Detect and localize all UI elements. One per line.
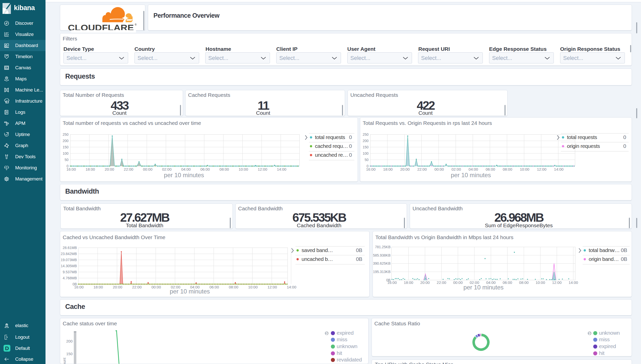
svg-text:200: 200 [363, 139, 369, 143]
svg-text:08:00: 08:00 [229, 285, 238, 289]
svg-text:150: 150 [363, 145, 369, 149]
svg-text:19.073MB: 19.073MB [61, 258, 77, 262]
svg-text:22:00: 22:00 [124, 167, 133, 171]
svg-text:12:00: 12:00 [258, 167, 267, 171]
svg-text:20:00: 20:00 [113, 285, 122, 289]
svg-text:14:00: 14:00 [277, 167, 286, 171]
svg-text:06:00: 06:00 [210, 285, 219, 289]
svg-text:12:00: 12:00 [267, 285, 277, 289]
svg-text:04:00: 04:00 [469, 167, 478, 171]
svg-text:06:00: 06:00 [486, 167, 495, 171]
svg-text:00:00: 00:00 [143, 167, 153, 171]
svg-text:06:00: 06:00 [200, 167, 210, 171]
svg-text:16:00: 16:00 [74, 285, 84, 289]
svg-text:390.625KB: 390.625KB [373, 261, 391, 265]
svg-text:18:00: 18:00 [94, 285, 103, 289]
svg-text:04:00: 04:00 [181, 167, 191, 171]
svg-text:20:00: 20:00 [400, 167, 410, 171]
svg-text:18:00: 18:00 [383, 167, 393, 171]
svg-text:22:00: 22:00 [437, 280, 446, 285]
svg-text:150: 150 [63, 145, 69, 149]
svg-text:16:00: 16:00 [387, 280, 397, 285]
svg-text:20:00: 20:00 [420, 280, 430, 285]
svg-text:08:00: 08:00 [503, 167, 512, 171]
svg-text:16:00: 16:00 [66, 167, 76, 171]
svg-text:100: 100 [63, 151, 69, 155]
svg-text:200: 200 [66, 339, 73, 343]
svg-text:06:00: 06:00 [503, 280, 512, 285]
svg-text:00:00: 00:00 [453, 280, 463, 285]
svg-text:08:00: 08:00 [519, 280, 529, 285]
svg-text:Count: Count [62, 357, 66, 364]
svg-text:per 10 minutes: per 10 minutes [451, 172, 491, 178]
svg-text:781.25KB: 781.25KB [375, 245, 391, 249]
svg-text:12:00: 12:00 [537, 167, 546, 171]
svg-text:14:00: 14:00 [554, 167, 564, 171]
svg-text:18:00: 18:00 [85, 167, 95, 171]
svg-text:per 10 minutes: per 10 minutes [464, 284, 504, 291]
svg-text:per 10 minutes: per 10 minutes [164, 172, 204, 178]
svg-text:9.537MB: 9.537MB [63, 270, 77, 274]
svg-text:195.313KB: 195.313KB [373, 270, 391, 274]
svg-text:CLOUDFLARE: CLOUDFLARE [68, 23, 134, 31]
svg-text:10:00: 10:00 [520, 167, 530, 171]
svg-text:14:00: 14:00 [568, 280, 578, 285]
svg-text:23.842MB: 23.842MB [61, 252, 77, 256]
svg-text:02:00: 02:00 [451, 167, 461, 171]
svg-text:150: 150 [66, 352, 73, 356]
svg-text:4.768MB: 4.768MB [63, 276, 77, 280]
svg-text:®: ® [135, 23, 137, 26]
svg-text:per 10 minutes: per 10 minutes [170, 288, 210, 295]
svg-text:250: 250 [363, 132, 369, 136]
svg-text:28.61MB: 28.61MB [63, 246, 77, 250]
svg-text:08:00: 08:00 [219, 167, 229, 171]
svg-text:10:00: 10:00 [536, 280, 545, 285]
svg-text:18:00: 18:00 [404, 280, 413, 285]
svg-text:10:00: 10:00 [248, 285, 258, 289]
svg-text:10:00: 10:00 [239, 167, 248, 171]
svg-text:22:00: 22:00 [132, 285, 142, 289]
svg-text:14:00: 14:00 [287, 285, 296, 289]
svg-text:12:00: 12:00 [552, 280, 562, 285]
svg-text:200: 200 [63, 139, 69, 143]
svg-text:100: 100 [363, 151, 369, 155]
svg-text:00:00: 00:00 [151, 285, 161, 289]
svg-text:50: 50 [364, 158, 369, 162]
svg-text:00:00: 00:00 [434, 167, 444, 171]
svg-text:16:00: 16:00 [366, 167, 376, 171]
svg-text:50: 50 [64, 158, 68, 162]
svg-text:585.938KB: 585.938KB [373, 253, 391, 257]
svg-text:20:00: 20:00 [105, 167, 114, 171]
svg-text:02:00: 02:00 [162, 167, 172, 171]
svg-text:14.305MB: 14.305MB [61, 264, 77, 268]
svg-text:250: 250 [63, 132, 69, 136]
svg-text:22:00: 22:00 [417, 167, 427, 171]
